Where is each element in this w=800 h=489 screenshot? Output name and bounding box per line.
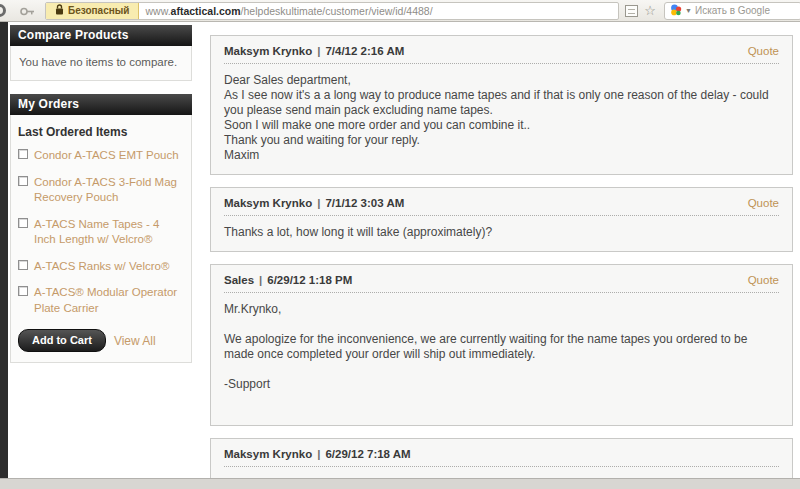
- item-link[interactable]: A-TACS Ranks w/ Velcro®: [34, 259, 169, 275]
- item-checkbox[interactable]: [18, 260, 28, 270]
- divider: [224, 63, 779, 64]
- url-www: www.: [145, 5, 170, 17]
- search-input[interactable]: [695, 5, 781, 16]
- message-card: Maksym Krynko6/29/12 7:18 AM Could you p…: [210, 438, 793, 478]
- message-author: Sales: [224, 274, 254, 286]
- message-timestamp: 6/29/12 7:18 AM: [325, 448, 410, 460]
- reload-icon[interactable]: [0, 4, 6, 17]
- compare-products-header: Compare Products: [10, 25, 192, 46]
- item-link[interactable]: A-TACS Name Tapes - 4 Inch Length w/ Vel…: [34, 217, 184, 248]
- view-all-link[interactable]: View All: [114, 334, 156, 348]
- item-checkbox[interactable]: [18, 218, 28, 228]
- item-link[interactable]: Condor A-TACS 3-Fold Mag Recovery Pouch: [34, 175, 184, 206]
- google-logo-icon: [670, 2, 682, 20]
- ticket-thread: Maksym Krynko7/4/12 2:16 AM Quote Dear S…: [210, 35, 793, 478]
- search-engine-chevron-icon[interactable]: ▼: [685, 7, 692, 14]
- ordered-item: A-TACS Name Tapes - 4 Inch Length w/ Vel…: [18, 217, 184, 248]
- separator: [312, 448, 325, 460]
- quote-link[interactable]: Quote: [748, 197, 779, 209]
- message-header: Maksym Krynko6/29/12 7:18 AM: [224, 448, 779, 460]
- lock-icon: [55, 4, 64, 17]
- sidebar: Compare Products You have no items to co…: [10, 25, 192, 365]
- message-body: Thanks a lot, how long it will take (app…: [224, 225, 779, 240]
- page-content: Compare Products You have no items to co…: [0, 22, 800, 478]
- message-timestamp: 7/1/12 3:03 AM: [325, 197, 404, 209]
- add-to-cart-button[interactable]: Add to Cart: [18, 329, 106, 352]
- bookmark-star-icon[interactable]: ☆: [644, 4, 656, 17]
- my-orders-box: Last Ordered Items Condor A-TACS EMT Pou…: [10, 115, 192, 363]
- item-checkbox[interactable]: [18, 176, 28, 186]
- page-preview-button[interactable]: [625, 5, 638, 17]
- item-checkbox[interactable]: [18, 149, 28, 159]
- quote-link[interactable]: Quote: [748, 274, 779, 286]
- divider: [224, 292, 779, 293]
- url-domain: aftactical.com: [171, 5, 241, 17]
- message-author: Maksym Krynko: [224, 197, 312, 209]
- message-body: Dear Sales department, As I see now it's…: [224, 73, 779, 163]
- orders-actions: Add to Cart View All: [18, 329, 184, 352]
- message-header: Sales6/29/12 1:18 PM Quote: [224, 274, 779, 286]
- ordered-item: Condor A-TACS 3-Fold Mag Recovery Pouch: [18, 175, 184, 206]
- item-link[interactable]: Condor A-TACS EMT Pouch: [34, 148, 179, 164]
- item-checkbox[interactable]: [18, 286, 28, 296]
- separator: [312, 197, 325, 209]
- last-ordered-items-title: Last Ordered Items: [18, 125, 184, 139]
- divider: [224, 466, 779, 467]
- ordered-item: Condor A-TACS EMT Pouch: [18, 148, 184, 164]
- url-path: /helpdeskultimate/customer/view/id/4488/: [241, 5, 433, 17]
- page-icon: [625, 5, 638, 17]
- message-author: Maksym Krynko: [224, 448, 312, 460]
- ordered-item: A-TACS Ranks w/ Velcro®: [18, 259, 184, 275]
- left-edge-strip: [0, 22, 8, 478]
- message-timestamp: 7/4/12 2:16 AM: [325, 45, 404, 57]
- message-card: Sales6/29/12 1:18 PM Quote Mr.Krynko, We…: [210, 264, 793, 426]
- divider: [224, 215, 779, 216]
- google-search-box[interactable]: ▼: [664, 2, 800, 20]
- message-timestamp: 6/29/12 1:18 PM: [267, 274, 352, 286]
- separator: [254, 274, 267, 286]
- message-header: Maksym Krynko7/1/12 3:03 AM Quote: [224, 197, 779, 209]
- message-author: Maksym Krynko: [224, 45, 312, 57]
- security-badge[interactable]: Безопасный: [46, 3, 139, 19]
- message-header: Maksym Krynko7/4/12 2:16 AM Quote: [224, 45, 779, 57]
- message-body: Mr.Krynko, We apologize for the inconven…: [224, 302, 779, 414]
- separator: [312, 45, 325, 57]
- url-text: www.aftactical.com/helpdeskultimate/cust…: [139, 5, 438, 17]
- browser-toolbar: Безопасный www.aftactical.com/helpdeskul…: [0, 0, 800, 22]
- message-card: Maksym Krynko7/1/12 3:03 AM Quote Thanks…: [210, 187, 793, 252]
- quote-link[interactable]: Quote: [748, 45, 779, 57]
- address-bar[interactable]: Безопасный www.aftactical.com/helpdeskul…: [45, 2, 619, 20]
- security-badge-label: Безопасный: [68, 5, 129, 16]
- compare-empty-text: You have no items to compare.: [11, 46, 191, 80]
- message-card: Maksym Krynko7/4/12 2:16 AM Quote Dear S…: [210, 35, 793, 175]
- item-link[interactable]: A-TACS® Modular Operator Plate Carrier: [34, 285, 184, 316]
- compare-products-box: You have no items to compare.: [10, 46, 192, 81]
- ordered-item: A-TACS® Modular Operator Plate Carrier: [18, 285, 184, 316]
- status-bar: [0, 478, 800, 489]
- key-icon[interactable]: [20, 2, 35, 20]
- my-orders-header: My Orders: [10, 94, 192, 115]
